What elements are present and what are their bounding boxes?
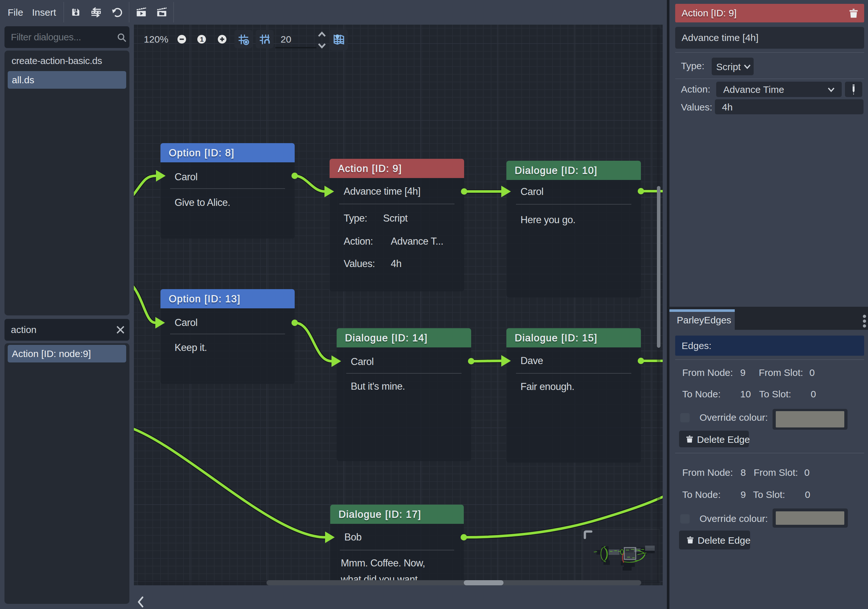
- svg-text:1: 1: [200, 36, 204, 43]
